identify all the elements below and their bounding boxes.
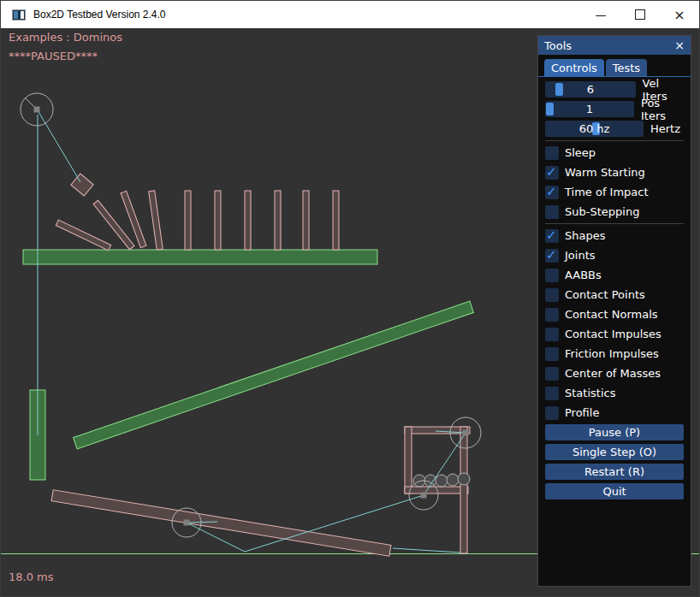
checkbox-aabbs[interactable]: ✓ AABBs xyxy=(545,267,684,283)
domino-fallen[interactable] xyxy=(56,220,110,251)
checkbox-time-of-impact[interactable]: ✓ Time of Impact xyxy=(545,184,684,200)
checkbox-joints[interactable]: ✓ Joints xyxy=(545,247,684,263)
domino-tilting[interactable] xyxy=(149,191,163,250)
pause-button[interactable]: Pause (P) xyxy=(545,424,684,440)
pendulum-box[interactable] xyxy=(71,174,93,196)
checkbox-shapes[interactable]: ✓ Shapes xyxy=(545,228,684,244)
hertz-slider-row: 60 hz Hertz xyxy=(545,121,684,137)
titlebar: Box2D Testbed Version 2.4.0 — × xyxy=(1,1,699,28)
hertz-slider[interactable]: 60 hz xyxy=(545,121,644,137)
checkbox-warm-starting[interactable]: ✓ Warm Starting xyxy=(545,164,684,180)
app-window: Box2D Testbed Version 2.4.0 — × xyxy=(0,0,700,597)
ball[interactable] xyxy=(436,475,448,487)
domino[interactable] xyxy=(275,191,281,250)
checkbox-contact-normals[interactable]: ✓ Contact Normals xyxy=(545,306,684,322)
checkbox-profile[interactable]: ✓ Profile xyxy=(545,405,684,421)
tabbar: Controls Tests xyxy=(538,59,691,77)
joint-line-ground xyxy=(393,548,460,553)
frame-right-post[interactable] xyxy=(460,427,467,553)
checkbox-friction-impulses[interactable]: ✓ Friction Impulses xyxy=(545,346,684,362)
close-button[interactable]: × xyxy=(660,1,699,28)
frame-left-post[interactable] xyxy=(405,427,412,494)
window-controls: — × xyxy=(581,1,699,28)
single-step-button[interactable]: Single Step (O) xyxy=(545,444,684,460)
domino-platform xyxy=(23,250,377,264)
ball[interactable] xyxy=(458,473,470,485)
vel-iters-slider[interactable]: 6 xyxy=(545,81,636,98)
ball[interactable] xyxy=(447,474,459,486)
vel-iters-slider-row: 6 Vel Iters xyxy=(545,81,684,98)
seesaw-plank[interactable] xyxy=(51,490,391,556)
maximize-button[interactable] xyxy=(620,1,660,28)
minimize-button[interactable]: — xyxy=(581,1,620,28)
maximize-icon xyxy=(635,9,645,20)
joint-anchor xyxy=(421,493,427,499)
slider-label: Hertz xyxy=(650,122,680,135)
close-icon: × xyxy=(673,7,685,23)
tools-panel: Tools × Controls Tests 6 Vel Iters xyxy=(537,35,691,587)
quit-button[interactable]: Quit xyxy=(545,483,684,499)
tab-tests[interactable]: Tests xyxy=(606,59,647,76)
domino[interactable] xyxy=(185,191,191,250)
paused-label: ****PAUSED**** xyxy=(9,50,98,62)
checkbox-center-of-masses[interactable]: ✓ Center of Masses xyxy=(545,365,684,381)
checkbox-sub-stepping[interactable]: ✓ Sub-Stepping xyxy=(545,204,684,220)
check-icon: ✓ xyxy=(546,184,557,199)
joint-anchor xyxy=(184,520,190,526)
pos-iters-slider[interactable]: 1 xyxy=(545,101,634,117)
pos-iters-slider-row: 1 Pos Iters xyxy=(545,101,684,117)
domino[interactable] xyxy=(245,191,251,250)
domino[interactable] xyxy=(303,191,309,250)
joint-anchor xyxy=(463,430,469,436)
slider-label: Pos Iters xyxy=(641,97,684,122)
panel-content: 6 Vel Iters 1 Pos Iters 60 hz xyxy=(538,77,691,499)
joint-anchor xyxy=(34,107,40,113)
domino[interactable] xyxy=(333,191,339,250)
checkbox-contact-points[interactable]: ✓ Contact Points xyxy=(545,287,684,303)
minimize-icon: — xyxy=(596,9,607,21)
checkbox-sleep[interactable]: ✓ Sleep xyxy=(545,145,684,161)
tools-panel-header[interactable]: Tools × xyxy=(538,36,691,55)
tab-controls[interactable]: Controls xyxy=(544,59,604,76)
scene-canvas[interactable]: Examples : Dominos ****PAUSED**** 18.0 m… xyxy=(1,28,700,597)
panel-close-icon[interactable]: × xyxy=(674,39,685,51)
checkbox-statistics[interactable]: ✓ Statistics xyxy=(545,385,684,401)
separator xyxy=(545,223,684,224)
frame-time-label: 18.0 ms xyxy=(9,570,54,583)
separator xyxy=(545,140,684,141)
joint-line-pendulum xyxy=(38,110,80,182)
domino[interactable] xyxy=(215,191,221,250)
window-title: Box2D Testbed Version 2.4.0 xyxy=(33,9,166,21)
checkbox-contact-impulses[interactable]: ✓ Contact Impulses xyxy=(545,326,684,342)
check-icon: ✓ xyxy=(546,164,557,180)
restart-button[interactable]: Restart (R) xyxy=(545,464,684,480)
tools-panel-title: Tools xyxy=(544,39,572,52)
app-icon xyxy=(12,9,26,21)
check-icon: ✓ xyxy=(546,228,557,243)
example-label: Examples : Dominos xyxy=(9,31,122,44)
check-icon: ✓ xyxy=(546,247,557,263)
